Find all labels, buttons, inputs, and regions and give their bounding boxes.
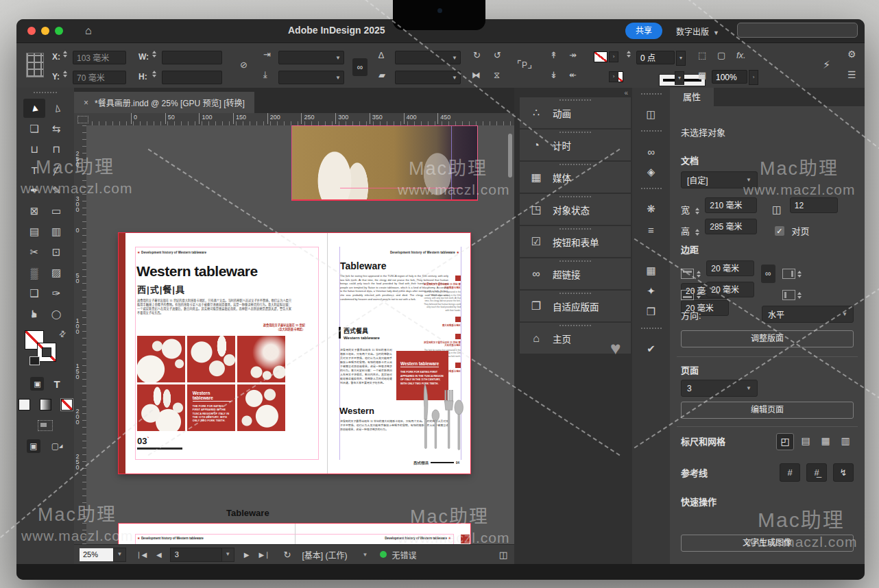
gradient-feather-tool[interactable]: ▨ (45, 263, 67, 282)
zoom-tool[interactable]: ◯ (45, 304, 67, 323)
select-next-object-icon[interactable]: ↠ (569, 50, 577, 60)
apply-none-button[interactable] (61, 399, 73, 411)
search-input[interactable] (737, 23, 858, 38)
current-spread[interactable]: ★ Development history of Western tablewa… (119, 233, 470, 474)
shear-angle-field[interactable]: ▼ (395, 71, 461, 84)
panel-grip[interactable] (559, 325, 591, 326)
links-panel-icon[interactable]: ∞ (632, 141, 670, 162)
w-stepper[interactable] (152, 51, 160, 58)
rectangle-tool[interactable]: ▭ (45, 201, 67, 221)
page-menu-button[interactable]: ▼ (222, 548, 234, 562)
margin-inside-stepper[interactable] (797, 292, 805, 299)
opacity-menu-button[interactable]: › (749, 70, 758, 85)
panel-grip[interactable] (559, 196, 591, 197)
gradient-panel-icon[interactable] (632, 240, 670, 260)
note-tool[interactable]: ❑ (23, 284, 45, 303)
preflight-profile-label[interactable]: [基本] (工作) (302, 549, 347, 561)
eyedropper-tool[interactable]: ✑ (45, 284, 67, 303)
preflight-panel-icon[interactable]: ✔ (632, 339, 670, 359)
scale-x-field[interactable]: ▼ (278, 51, 344, 64)
y-stepper[interactable] (63, 71, 71, 77)
stroke-weight-menu-button[interactable]: ▾ (676, 51, 686, 66)
apply-gradient-button[interactable] (40, 399, 51, 411)
next-page-button[interactable]: ▶ (244, 551, 250, 559)
flip-horizontal-icon[interactable]: ⧓ (472, 70, 481, 80)
frame-tool[interactable]: ⊠ (23, 201, 45, 221)
content-placer-tool[interactable]: ⊓ (45, 140, 67, 159)
page-number-field[interactable]: 3 (170, 548, 222, 562)
margin-top-stepper[interactable] (697, 271, 704, 278)
layers-panel-icon[interactable]: ◈ (632, 162, 670, 182)
color-panel-icon[interactable]: ❋ (632, 199, 670, 219)
tab-properties[interactable]: 属性 (670, 88, 714, 106)
chevron-down-icon[interactable]: ▼ (362, 552, 368, 558)
panel-grip[interactable] (559, 99, 591, 101)
opacity-field[interactable]: 100% (712, 70, 747, 84)
minimize-window-button[interactable] (41, 27, 49, 35)
stroke-panel-icon[interactable]: ≡ (632, 219, 670, 240)
document-tab[interactable]: × *餐具画册.indd @ 25% [GPU 预览] [转换] (74, 92, 254, 113)
screen-mode-normal-button[interactable]: ▣ (27, 439, 40, 453)
panel-grip[interactable] (559, 132, 591, 133)
gradient-swatch-tool[interactable]: ▒ (23, 263, 45, 282)
swap-fill-stroke-icon[interactable]: ⇄ (56, 328, 68, 339)
h-value-field[interactable] (162, 71, 222, 84)
gear-icon[interactable]: ⚙ (847, 49, 856, 60)
margin-top-field[interactable]: 20 毫米 (706, 260, 754, 276)
zoom-level-field[interactable]: 25% (80, 548, 113, 561)
width-field[interactable]: 210 毫米 (705, 197, 757, 213)
link-scale-icon[interactable]: ∞ (352, 58, 368, 76)
select-previous-object-icon[interactable]: ↟ (550, 50, 557, 60)
formatting-affects-text-button[interactable]: T (53, 378, 60, 390)
rotation-angle-field[interactable]: ▼ (395, 51, 461, 64)
view-options-icon[interactable] (38, 420, 53, 431)
baseline-grid-button[interactable]: ▤ (797, 433, 814, 449)
x-value-field[interactable]: 103 毫米 (73, 51, 126, 64)
workspace-switcher[interactable]: 数字出版▼ (676, 25, 719, 37)
vertical-grid-tool[interactable]: ▥ (45, 222, 67, 241)
spread-view-icon[interactable]: ◫ (499, 550, 507, 560)
document-grid-button[interactable]: ▦ (817, 433, 834, 449)
link-margins-icon[interactable]: ∞ (761, 265, 775, 283)
reference-point-proxy[interactable] (26, 53, 44, 77)
stroke-style-menu-button[interactable]: ▾ (675, 71, 684, 85)
first-page-button[interactable]: ❘◀ (136, 551, 147, 559)
show-rulers-button[interactable]: ◰ (776, 433, 794, 450)
panel-object-states[interactable]: ◳ 对象状态 (520, 194, 631, 225)
hand-tool[interactable]: ☛ (23, 304, 45, 323)
panel-grip[interactable] (559, 164, 591, 165)
collapse-panels-chevron[interactable]: « (624, 89, 628, 97)
pages-panel-icon[interactable]: ◫ (632, 104, 670, 125)
next-spread[interactable]: ★ Development history of Western tablewa… (119, 524, 470, 544)
stroke-weight-stepper[interactable] (627, 51, 634, 58)
swatches-panel-icon[interactable]: ▦ (632, 260, 670, 281)
gap-tool[interactable]: ⇆ (45, 119, 67, 138)
w-value-field[interactable] (162, 51, 222, 64)
apply-color-button[interactable] (19, 399, 30, 411)
panel-liquid-layout[interactable]: ❐ 自适应版面 (520, 291, 631, 321)
free-transform-tool[interactable]: ⊡ (45, 243, 67, 262)
pencil-tool[interactable]: ✎ (45, 181, 67, 200)
width-stepper[interactable] (695, 208, 703, 215)
cc-libraries-panel-icon[interactable]: ✦ (632, 281, 670, 302)
canvas-scrollbar[interactable] (508, 134, 512, 177)
x-stepper[interactable] (63, 51, 71, 58)
previous-page-button[interactable]: ◀ (156, 551, 162, 559)
page-tool[interactable]: ❏ (23, 119, 45, 138)
type-tool[interactable]: T (23, 160, 45, 180)
formatting-affects-container-button[interactable]: ▣ (30, 377, 44, 391)
share-button[interactable]: 共享 (625, 23, 662, 39)
panel-timing[interactable]: ◔ 计时 (520, 130, 631, 160)
select-content-icon[interactable]: ↡ (550, 70, 557, 80)
document-preset-dropdown[interactable]: [自定]▼ (681, 171, 758, 188)
line-tool[interactable]: ╱ (45, 160, 67, 180)
content-collector-tool[interactable]: ⊔ (23, 140, 45, 159)
selection-tool[interactable]: ► (23, 99, 45, 118)
panel-home[interactable]: ⌂ 主页 (520, 323, 631, 354)
margin-outside-stepper[interactable] (797, 271, 805, 278)
panel-buttons-forms[interactable]: ☑ 按钮和表单 (520, 226, 631, 257)
preflight-menu-icon[interactable]: ↻ (284, 550, 291, 560)
panel-grip[interactable] (559, 228, 591, 230)
dock-grip[interactable] (641, 328, 662, 337)
tools-grip[interactable] (34, 92, 57, 96)
